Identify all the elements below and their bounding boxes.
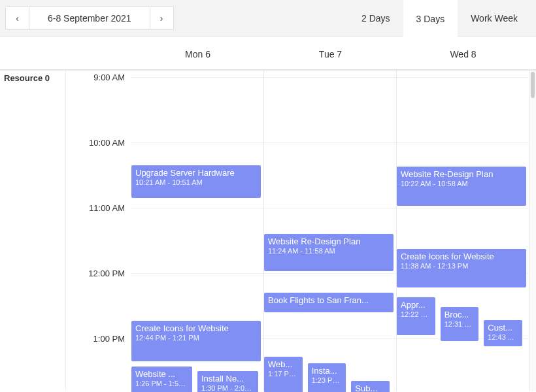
time-label: 10:00 AM (89, 138, 125, 148)
event-time: 12:44 PM - 1:21 PM (135, 334, 257, 343)
calendar-event[interactable]: Website Re-Design Plan10:22 AM - 10:58 A… (397, 167, 526, 206)
time-axis: 9:00 AM10:00 AM11:00 AM12:00 PM1:00 PM (66, 71, 131, 391)
hour-gridline (264, 273, 396, 274)
event-title: Website Re-Design Plan (268, 237, 390, 247)
chevron-right-icon: › (160, 13, 163, 24)
calendar-body: Resource 0 9:00 AM10:00 AM11:00 AM12:00 … (0, 71, 536, 391)
day-column-tue[interactable]: Website Re-Design Plan11:24 AM - 11:58 A… (264, 71, 397, 391)
time-label: 1:00 PM (93, 334, 125, 344)
chevron-left-icon: ‹ (16, 13, 19, 24)
event-time: 1:26 PM - 1:53 ... (135, 380, 188, 389)
event-title: Install Ne... (201, 374, 254, 384)
hour-gridline (264, 338, 396, 339)
calendar-event[interactable]: Upgrade Server Hardware10:21 AM - 10:51 … (131, 165, 261, 198)
time-label: 12:00 PM (88, 269, 125, 278)
calendar-event[interactable]: Appr...12:22 PM - ... (397, 297, 435, 335)
hour-gridline (264, 208, 396, 208)
calendar-event[interactable]: Book Flights to San Fran... (264, 293, 394, 312)
calendar-event[interactable]: Website ...1:26 PM - 1:53 ... (131, 367, 192, 392)
hour-gridline (131, 273, 263, 274)
event-time: 12:22 PM - ... (401, 310, 431, 319)
event-time: 11:24 AM - 11:58 AM (268, 247, 390, 256)
calendar-event[interactable]: Create Icons for Website12:44 PM - 1:21 … (131, 321, 261, 361)
time-label: 9:00 AM (93, 73, 125, 82)
event-time: 1:17 PM ... (268, 370, 299, 379)
event-time: 12:31 PM ... (444, 320, 475, 329)
event-title: Website Re-Design Plan (401, 169, 522, 180)
day-header-tue[interactable]: Tue 7 (264, 39, 397, 69)
next-button[interactable]: › (150, 7, 173, 29)
event-title: Book Flights to San Fran... (268, 295, 390, 306)
tab-work-week[interactable]: Work Week (458, 0, 531, 37)
header-time-spacer (66, 39, 131, 69)
day-column-mon[interactable]: Upgrade Server Hardware10:21 AM - 10:51 … (131, 71, 264, 391)
toolbar: ‹ 6-8 September 2021 › 2 Days 3 Days Wor… (0, 0, 536, 37)
event-time: 11:38 AM - 12:13 PM (401, 262, 522, 271)
vertical-scrollbar[interactable] (529, 71, 536, 391)
time-label: 11:00 AM (89, 203, 125, 213)
header-resource-spacer (0, 39, 66, 69)
event-time: 10:22 AM - 10:58 AM (401, 180, 522, 189)
day-column-wed[interactable]: Website Re-Design Plan10:22 AM - 10:58 A… (397, 71, 529, 391)
day-header-wed[interactable]: Wed 8 (397, 39, 529, 69)
event-title: Insta... (312, 366, 343, 376)
event-title: Cust... (488, 323, 518, 333)
day-header-mon[interactable]: Mon 6 (131, 39, 264, 69)
hour-gridline (397, 142, 529, 143)
event-title: Create Icons for Website (401, 252, 522, 262)
event-title: Sub... (355, 384, 386, 392)
date-range-label[interactable]: 6-8 September 2021 (29, 13, 150, 24)
hour-gridline (131, 77, 263, 78)
event-title: Broc... (444, 310, 475, 320)
event-time: 10:21 AM - 10:51 AM (135, 178, 257, 188)
event-time: 1:30 PM - 2:03 ... (201, 384, 254, 392)
resource-label: Resource 0 (0, 71, 66, 391)
event-title: Upgrade Server Hardware (135, 168, 257, 178)
hour-gridline (397, 77, 529, 78)
hour-gridline (397, 208, 529, 208)
event-time: 1:23 PM - 1:57 ... (312, 376, 343, 385)
calendar-event[interactable]: Web...1:17 PM ... (264, 357, 303, 392)
view-tabs: 2 Days 3 Days Work Week (348, 0, 531, 37)
event-title: Appr... (401, 300, 431, 310)
calendar-event[interactable]: Sub... (351, 381, 390, 392)
calendar-event[interactable]: Cust...12:43 ... (484, 320, 522, 346)
header-days: Mon 6 Tue 7 Wed 8 (131, 39, 529, 69)
event-title: Web... (268, 359, 299, 370)
day-header-row: Mon 6 Tue 7 Wed 8 (0, 39, 536, 71)
calendar-event[interactable]: Insta...1:23 PM - 1:57 ... (308, 363, 346, 392)
event-title: Create Icons for Website (135, 323, 257, 334)
prev-button[interactable]: ‹ (6, 7, 29, 29)
hour-gridline (264, 142, 396, 143)
calendar-event[interactable]: Website Re-Design Plan11:24 AM - 11:58 A… (264, 234, 394, 271)
hour-gridline (131, 208, 263, 208)
tab-3-days[interactable]: 3 Days (403, 0, 458, 37)
event-time: 12:43 ... (488, 333, 518, 342)
hour-gridline (131, 142, 263, 143)
calendar-event[interactable]: Broc...12:31 PM ... (441, 307, 479, 341)
date-nav-group: ‹ 6-8 September 2021 › (5, 7, 174, 30)
calendar-event[interactable]: Create Icons for Website11:38 AM - 12:13… (397, 249, 526, 287)
calendar-event[interactable]: Install Ne...1:30 PM - 2:03 ... (197, 371, 258, 392)
tab-2-days[interactable]: 2 Days (348, 0, 403, 37)
hour-gridline (264, 77, 396, 78)
scrollbar-thumb[interactable] (531, 72, 535, 98)
header-scroll-spacer (529, 39, 536, 69)
event-title: Website ... (135, 369, 188, 380)
